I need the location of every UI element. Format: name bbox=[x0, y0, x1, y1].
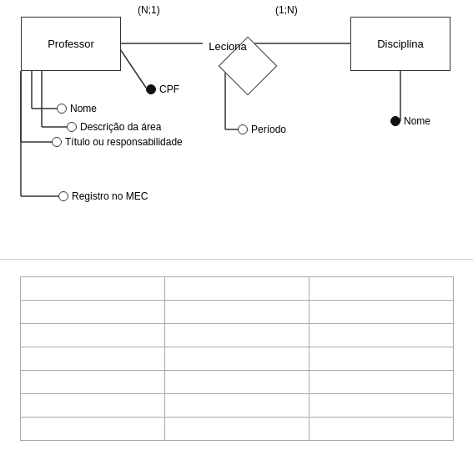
cpf-circle bbox=[146, 84, 156, 94]
descricao-attribute: Descrição da área bbox=[67, 121, 161, 133]
registro-attribute: Registro no MEC bbox=[58, 190, 148, 202]
table-row bbox=[20, 347, 453, 371]
cpf-label: CPF bbox=[159, 84, 179, 95]
card-left: (N;1) bbox=[138, 4, 160, 16]
table-cell bbox=[164, 277, 309, 301]
table-cell bbox=[164, 394, 309, 418]
table-cell bbox=[164, 347, 309, 371]
nome-disc-label: Nome bbox=[404, 115, 430, 127]
table-row bbox=[20, 418, 453, 441]
cpf-attribute: CPF bbox=[146, 84, 179, 95]
table-cell bbox=[164, 301, 309, 324]
table-cell bbox=[164, 324, 309, 347]
table-cell bbox=[309, 371, 453, 394]
table-row bbox=[20, 277, 453, 301]
nome-prof-label: Nome bbox=[70, 103, 97, 114]
table-cell bbox=[309, 301, 453, 324]
table-cell bbox=[164, 418, 309, 441]
nome-disc-circle bbox=[390, 116, 400, 126]
professor-entity: Professor bbox=[21, 17, 121, 71]
disciplina-label: Disciplina bbox=[377, 38, 424, 50]
table-cell bbox=[20, 324, 164, 347]
descricao-label: Descrição da área bbox=[80, 121, 161, 133]
table-row bbox=[20, 371, 453, 394]
periodo-circle bbox=[238, 124, 248, 134]
table-cell bbox=[309, 324, 453, 347]
titulo-attribute: Título ou responsabilidade bbox=[52, 136, 183, 148]
table-cell bbox=[20, 301, 164, 324]
periodo-label: Período bbox=[251, 124, 286, 135]
table-cell bbox=[309, 418, 453, 441]
table-cell bbox=[20, 371, 164, 394]
data-table-area bbox=[0, 259, 473, 476]
leciona-diamond: Leciona bbox=[194, 23, 261, 68]
titulo-label: Título ou responsabilidade bbox=[65, 136, 183, 148]
professor-label: Professor bbox=[48, 38, 94, 50]
nome-prof-circle bbox=[57, 104, 67, 114]
table-cell bbox=[164, 371, 309, 394]
table-row bbox=[20, 394, 453, 418]
leciona-label: Leciona bbox=[209, 39, 247, 52]
table-cell bbox=[20, 418, 164, 441]
er-diagram: Professor (N;1) Leciona (1;N) Disciplina… bbox=[0, 0, 473, 259]
periodo-attribute: Período bbox=[238, 124, 286, 135]
table-cell bbox=[20, 394, 164, 418]
nome-disc-attribute: Nome bbox=[390, 115, 430, 127]
table-cell bbox=[309, 394, 453, 418]
table-cell bbox=[309, 347, 453, 371]
descricao-circle bbox=[67, 122, 77, 132]
data-table bbox=[20, 276, 454, 441]
table-row bbox=[20, 324, 453, 347]
titulo-circle bbox=[52, 137, 62, 147]
registro-circle bbox=[58, 191, 68, 201]
table-row bbox=[20, 301, 453, 324]
card-right: (1;N) bbox=[275, 4, 298, 16]
table-cell bbox=[309, 277, 453, 301]
disciplina-entity: Disciplina bbox=[350, 17, 450, 71]
nome-prof-attribute: Nome bbox=[57, 103, 97, 114]
table-cell bbox=[20, 277, 164, 301]
registro-label: Registro no MEC bbox=[72, 190, 148, 202]
table-cell bbox=[20, 347, 164, 371]
